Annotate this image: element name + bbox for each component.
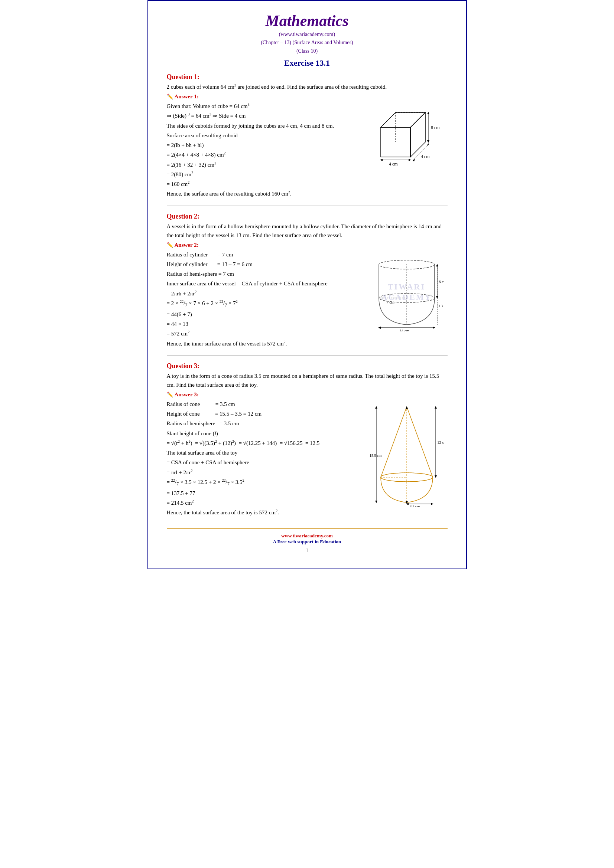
answer-3-title: ✏️ Answer 3: <box>167 392 448 398</box>
svg-line-35 <box>381 407 407 477</box>
exercise-title: Exercise 13.1 <box>167 58 448 68</box>
question-2-block: Question 2: A vessel is in the form of a… <box>167 212 448 349</box>
page-header: Mathematics (www.tiwariacademy.com) (Cha… <box>167 12 448 68</box>
page-title: Mathematics <box>167 12 448 30</box>
solution-1-block: Given that: Volume of cube = 64 cm3 ⇒ (S… <box>167 101 448 199</box>
svg-marker-47 <box>375 501 378 503</box>
page-footer: www.tiwariacademy.com A Free web support… <box>167 529 448 545</box>
question-1-title: Question 1: <box>167 73 448 81</box>
divider-1 <box>167 206 448 206</box>
solution-3-block: Radius of cone = 3.5 cm Height of cone =… <box>167 399 448 518</box>
svg-marker-50 <box>406 503 409 505</box>
svg-text:6 cm: 6 cm <box>439 279 444 284</box>
svg-text:4 cm: 4 cm <box>389 161 398 167</box>
svg-marker-31 <box>378 327 381 329</box>
svg-text:13 cm: 13 cm <box>439 304 444 308</box>
svg-marker-1 <box>381 112 425 127</box>
question-2-title: Question 2: <box>167 212 448 220</box>
svg-marker-12 <box>409 159 411 161</box>
svg-marker-8 <box>427 140 429 143</box>
svg-text:12 cm: 12 cm <box>437 440 444 445</box>
pencil-icon-1: ✏️ <box>167 93 173 100</box>
question-3-title: Question 3: <box>167 362 448 370</box>
svg-marker-42 <box>435 406 437 409</box>
svg-marker-43 <box>435 475 437 478</box>
question-1-text: 2 cubes each of volume 64 cm3 are joined… <box>167 82 448 91</box>
svg-line-36 <box>407 407 433 477</box>
svg-marker-46 <box>375 406 378 409</box>
footer-tagline: A Free web support in Education <box>167 539 448 545</box>
question-1-block: Question 1: 2 cubes each of volume 64 cm… <box>167 73 448 199</box>
svg-marker-15 <box>413 159 415 161</box>
pencil-icon-2: ✏️ <box>167 242 173 248</box>
svg-text:15.5 cm: 15.5 cm <box>370 454 381 457</box>
solution-3-text: Radius of cone = 3.5 cm Height of cone =… <box>167 399 362 518</box>
subtitle-line1: (www.tiwariacademy.com) (Chapter – 13) (… <box>167 30 448 55</box>
svg-text:8 cm: 8 cm <box>431 125 440 130</box>
svg-marker-11 <box>380 159 382 161</box>
svg-marker-7 <box>427 112 429 114</box>
answer-2-title: ✏️ Answer 2: <box>167 242 448 248</box>
svg-text:7 cm: 7 cm <box>386 300 395 304</box>
svg-marker-51 <box>431 503 434 505</box>
question-3-text: A toy is in the form of a cone of radius… <box>167 372 448 389</box>
answer-1-title: ✏️ Answer 1: <box>167 93 448 100</box>
svg-text:4 cm: 4 cm <box>421 154 430 159</box>
cuboid-diagram: 8 cm 4 cm 4 cm <box>366 105 448 172</box>
svg-marker-32 <box>433 327 435 329</box>
pencil-icon-3: ✏️ <box>167 392 173 398</box>
solution-1-text: Given that: Volume of cube = 64 cm3 ⇒ (S… <box>167 101 362 199</box>
svg-marker-53 <box>406 406 408 409</box>
svg-text:3.5 cm: 3.5 cm <box>410 504 420 507</box>
solution-2-text: Radius of cylinder = 7 cm Height of cyli… <box>167 250 362 349</box>
question-2-text: A vessel is in the form of a hollow hemi… <box>167 222 448 240</box>
solution-2-block: Radius of cylinder = 7 cm Height of cyli… <box>167 250 448 349</box>
question-3-block: Question 3: A toy is in the form of a co… <box>167 362 448 518</box>
svg-text:14 cm: 14 cm <box>399 329 410 332</box>
cone-diagram: 12 cm 15.5 cm 3.5 cm <box>366 403 448 507</box>
divider-2 <box>167 355 448 355</box>
vessel-diagram: TIWARIACADEMY 6 cm <box>366 253 448 332</box>
page-number: 1 <box>167 548 448 554</box>
footer-website: www.tiwariacademy.com <box>167 533 448 539</box>
